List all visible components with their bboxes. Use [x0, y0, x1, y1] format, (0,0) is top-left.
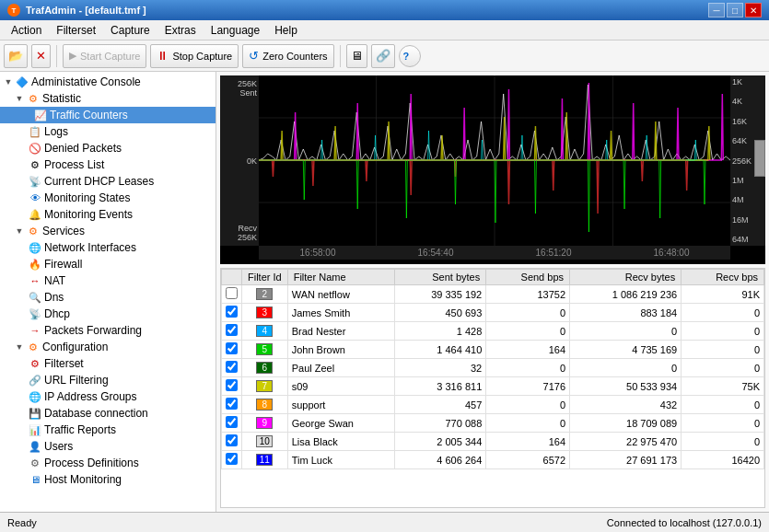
sidebar-item-denied-packets[interactable]: 🚫 Denied Packets: [0, 140, 216, 156]
checkbox-input[interactable]: [226, 287, 238, 299]
firewall-label: Firewall: [44, 258, 82, 271]
checkbox-input[interactable]: [226, 324, 238, 336]
sidebar-item-dhcp[interactable]: 📡 Dhcp: [0, 306, 216, 322]
sidebar-item-process-list[interactable]: ⚙ Process List: [0, 156, 216, 173]
minimize-button[interactable]: ─: [708, 3, 725, 17]
config-label: Configuration: [42, 341, 108, 353]
menu-filterset[interactable]: Filterset: [49, 22, 103, 39]
y-right-16k: 16K: [732, 117, 763, 126]
zero-counters-button[interactable]: ↺ Zero Counters: [242, 44, 333, 68]
close-button[interactable]: ✕: [745, 3, 762, 17]
row-id: 9: [242, 414, 288, 433]
open-button[interactable]: 📂: [4, 44, 28, 68]
row-checkbox[interactable]: [222, 341, 242, 359]
sidebar-root[interactable]: ▼ 🔷 Administative Console: [0, 74, 216, 90]
maximize-button[interactable]: □: [727, 3, 743, 17]
checkbox-input[interactable]: [226, 398, 238, 410]
sidebar-item-dns[interactable]: 🔍 Dns: [0, 289, 216, 306]
checkbox-input[interactable]: [226, 379, 238, 391]
sidebar-item-monitoring-states[interactable]: 👁 Monitoring States: [0, 190, 216, 206]
sidebar-item-traffic-counters[interactable]: 📈 Traffic Counters: [0, 107, 216, 123]
checkbox-input[interactable]: [226, 342, 238, 354]
link-icon: 🔗: [376, 49, 390, 63]
sidebar-item-ip-groups[interactable]: 🌐 IP Address Groups: [0, 388, 216, 405]
table-row[interactable]: 4 Brad Nester 1 428 0 0 0: [222, 322, 764, 341]
sidebar-item-firewall[interactable]: 🔥 Firewall: [0, 256, 216, 272]
row-send-bps: 0: [486, 414, 570, 433]
row-recv-bps: 91K: [682, 285, 764, 304]
checkbox-input[interactable]: [226, 416, 238, 428]
services-expand-icon[interactable]: ▼: [13, 225, 26, 237]
stop-capture-button[interactable]: ⏸ Stop Capture: [150, 44, 239, 68]
table-row[interactable]: 5 John Brown 1 464 410 164 4 735 169 0: [222, 341, 764, 359]
menu-language[interactable]: Language: [204, 22, 267, 39]
row-checkbox[interactable]: [222, 359, 242, 377]
statistic-expand-icon[interactable]: ▼: [13, 92, 26, 105]
y-right-4m: 4M: [732, 195, 763, 204]
row-sent-bytes: 1 464 410: [395, 341, 486, 359]
sidebar-item-traffic-reports[interactable]: 📊 Traffic Reports: [0, 422, 216, 438]
row-id: 3: [242, 304, 288, 322]
row-checkbox[interactable]: [222, 433, 242, 451]
table-row[interactable]: 9 George Swan 770 088 0 18 709 089 0: [222, 414, 764, 433]
sidebar-item-nat[interactable]: ↔ NAT: [0, 272, 216, 289]
checkbox-input[interactable]: [226, 453, 238, 465]
checkbox-input[interactable]: [226, 434, 238, 446]
help-button[interactable]: ?: [399, 45, 421, 67]
proc-defs-label: Process Definitions: [44, 457, 139, 469]
table-row[interactable]: 7 s09 3 316 811 7176 50 533 934 75K: [222, 377, 764, 396]
sidebar-item-packets-forwarding[interactable]: → Packets Forwarding: [0, 322, 216, 339]
sidebar-item-users[interactable]: 👤 Users: [0, 438, 216, 455]
monitoring-events-icon: 🔔: [28, 207, 42, 222]
row-checkbox[interactable]: [222, 414, 242, 433]
sidebar-item-logs[interactable]: 📋 Logs: [0, 123, 216, 140]
sidebar-item-db-connection[interactable]: 💾 Database connection: [0, 405, 216, 422]
reports-label: Traffic Reports: [44, 423, 116, 436]
row-recv-bps: 0: [682, 341, 764, 359]
table-row[interactable]: 6 Paul Zeel 32 0 0 0: [222, 359, 764, 377]
table-row[interactable]: 10 Lisa Black 2 005 344 164 22 975 470 0: [222, 433, 764, 451]
table-row[interactable]: 11 Tim Luck 4 606 264 6572 27 691 173 16…: [222, 451, 764, 469]
monitor-button[interactable]: 🖥: [346, 44, 367, 68]
menu-extras[interactable]: Extras: [157, 22, 204, 39]
sidebar-section-statistic[interactable]: ▼ ⚙ Statistic: [0, 90, 216, 107]
sidebar-item-filterset[interactable]: ⚙ Filterset: [0, 355, 216, 372]
sidebar-item-process-defs[interactable]: ⚙ Process Definitions: [0, 455, 216, 471]
sidebar-section-config[interactable]: ▼ ⚙ Configuration: [0, 339, 216, 355]
menu-capture[interactable]: Capture: [103, 22, 157, 39]
checkbox-input[interactable]: [226, 306, 238, 318]
start-capture-button[interactable]: ▶ Start Capture: [63, 44, 146, 68]
row-checkbox[interactable]: [222, 322, 242, 341]
row-checkbox[interactable]: [222, 304, 242, 322]
sidebar-item-monitoring-events[interactable]: 🔔 Monitoring Events: [0, 206, 216, 223]
table-row[interactable]: 2 WAN netflow 39 335 192 13752 1 086 219…: [222, 285, 764, 304]
row-name: James Smith: [287, 304, 394, 322]
traffic-table[interactable]: Filter Id Filter Name Sent bytes Send bp…: [220, 268, 765, 508]
table-row[interactable]: 8 support 457 0 432 0: [222, 396, 764, 414]
sidebar-section-services[interactable]: ▼ ⚙ Services: [0, 223, 216, 239]
sidebar-item-host-monitoring[interactable]: 🖥 Host Monitoring: [0, 471, 216, 488]
menu-action[interactable]: Action: [4, 22, 49, 39]
root-expand-icon[interactable]: ▼: [2, 75, 15, 88]
main-area: ▼ 🔷 Administative Console ▼ ⚙ Statistic …: [0, 72, 769, 512]
row-checkbox[interactable]: [222, 451, 242, 469]
link-button[interactable]: 🔗: [371, 44, 395, 68]
row-checkbox[interactable]: [222, 285, 242, 304]
row-checkbox[interactable]: [222, 396, 242, 414]
users-icon: 👤: [28, 439, 42, 454]
logs-icon: 📋: [28, 124, 42, 139]
checkbox-input[interactable]: [226, 361, 238, 373]
config-expand-icon[interactable]: ▼: [13, 341, 26, 353]
sidebar-item-url-filtering[interactable]: 🔗 URL Filtering: [0, 372, 216, 388]
process-icon: ⚙: [28, 157, 42, 172]
menu-help[interactable]: Help: [267, 22, 305, 39]
y-right-1k: 1K: [732, 77, 763, 87]
close-file-button[interactable]: ✕: [31, 44, 51, 68]
table-row[interactable]: 3 James Smith 450 693 0 883 184 0: [222, 304, 764, 322]
header-send-bps: Send bps: [486, 270, 570, 285]
sidebar-item-dhcp-leases[interactable]: 📡 Current DHCP Leases: [0, 173, 216, 190]
row-checkbox[interactable]: [222, 377, 242, 396]
chart-svg: [259, 75, 730, 246]
chart-scrollbar[interactable]: [754, 140, 765, 177]
sidebar-item-network-interfaces[interactable]: 🌐 Network Interfaces: [0, 239, 216, 256]
